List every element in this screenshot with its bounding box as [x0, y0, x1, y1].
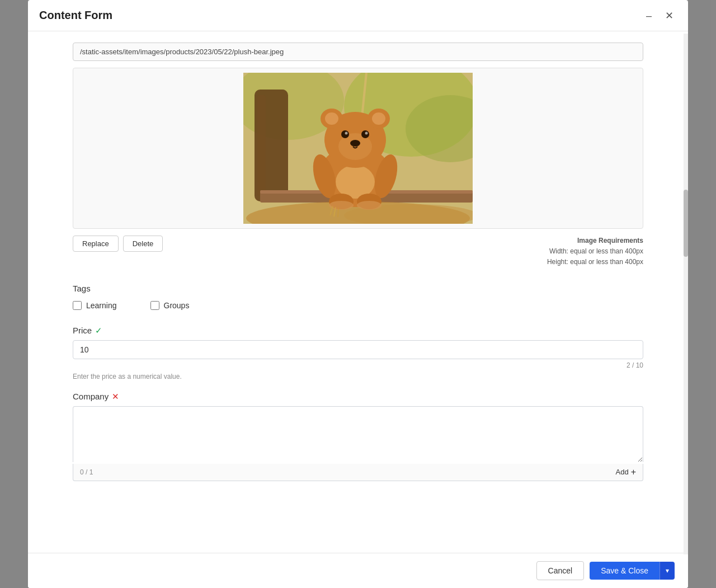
tags-label: Tags	[73, 284, 643, 293]
modal-title: Content Form	[39, 9, 112, 22]
close-button[interactable]: ✕	[662, 10, 677, 22]
checkbox-learning[interactable]: Learning	[73, 301, 117, 310]
company-section: Company ✕ 0 / 1 Add +	[73, 392, 643, 481]
save-close-button[interactable]: Save & Close	[590, 562, 660, 580]
price-count: 2 / 10	[73, 361, 643, 369]
image-buttons: Replace Delete	[73, 236, 163, 252]
image-path-input[interactable]	[73, 43, 643, 61]
save-dropdown-button[interactable]: ▾	[660, 562, 675, 580]
add-button[interactable]: Add +	[616, 467, 636, 477]
minimize-button[interactable]: –	[643, 10, 655, 22]
groups-label: Groups	[164, 301, 190, 310]
bear-image	[243, 73, 473, 224]
save-button-group: Save & Close ▾	[590, 562, 675, 580]
learning-label: Learning	[86, 301, 117, 310]
modal-overlay: Content Form – ✕	[0, 0, 716, 588]
modal-header: Content Form – ✕	[28, 0, 688, 31]
modal-body: Replace Delete Image Requirements Width:…	[28, 31, 688, 553]
company-count: 0 / 1	[80, 468, 93, 476]
modal-footer: Cancel Save & Close ▾	[28, 553, 688, 588]
svg-rect-34	[243, 73, 473, 224]
learning-checkbox[interactable]	[73, 301, 82, 310]
textarea-wrapper: 0 / 1 Add +	[73, 406, 643, 481]
price-hint: Enter the price as a numerical value.	[73, 373, 643, 380]
image-actions: Replace Delete Image Requirements Width:…	[73, 236, 643, 268]
delete-button[interactable]: Delete	[123, 236, 163, 252]
image-preview-container	[73, 68, 643, 229]
modal-header-actions: – ✕	[643, 10, 677, 22]
price-field-label: Price ✓	[73, 326, 643, 336]
cancel-button[interactable]: Cancel	[536, 561, 585, 580]
price-section: Price ✓ 2 / 10 Enter the price as a nume…	[73, 326, 643, 380]
checkboxes-row: Learning Groups	[73, 301, 643, 310]
textarea-footer: 0 / 1 Add +	[73, 464, 643, 481]
price-valid-icon: ✓	[95, 326, 102, 336]
company-error-icon: ✕	[112, 392, 119, 402]
groups-checkbox[interactable]	[150, 301, 159, 310]
replace-button[interactable]: Replace	[73, 236, 119, 252]
tags-section: Tags Learning Groups	[73, 284, 643, 310]
company-field-label: Company ✕	[73, 392, 643, 402]
checkbox-groups[interactable]: Groups	[150, 301, 190, 310]
company-textarea[interactable]	[73, 406, 643, 462]
plus-icon: +	[631, 467, 636, 477]
scrollbar-thumb[interactable]	[684, 190, 688, 257]
image-requirements: Image Requirements Width: equal or less …	[547, 236, 643, 268]
price-input[interactable]	[73, 340, 643, 359]
content-form-modal: Content Form – ✕	[28, 0, 688, 588]
scrollbar-track[interactable]	[684, 34, 688, 554]
